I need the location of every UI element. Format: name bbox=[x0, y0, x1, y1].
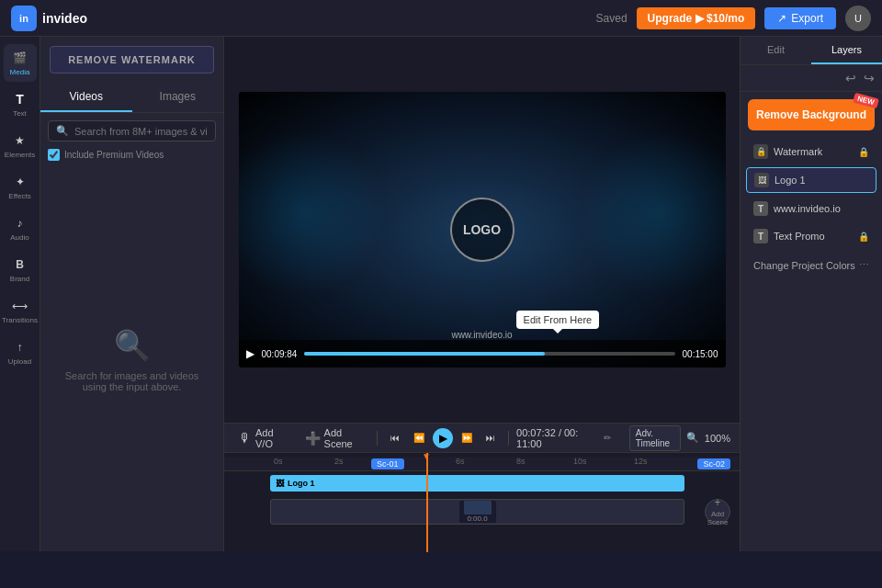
search-input[interactable] bbox=[74, 126, 208, 137]
logo-overlay: LOGO bbox=[450, 198, 514, 262]
play-pause-button[interactable]: ▶ bbox=[246, 347, 254, 360]
sidebar-label-brand: Brand bbox=[10, 275, 29, 283]
sidebar-item-media[interactable]: 🎬 Media bbox=[4, 44, 37, 82]
transitions-icon: ⟷ bbox=[12, 298, 28, 314]
video-thumbnail: 0:00.0 bbox=[459, 501, 496, 523]
search-placeholder-icon: 🔍 bbox=[114, 328, 151, 363]
lock-icon-promo: 🔒 bbox=[858, 232, 869, 242]
export-label: Export bbox=[791, 12, 823, 25]
search-box: 🔍 bbox=[48, 120, 216, 141]
progress-fill bbox=[304, 352, 545, 356]
separator2 bbox=[508, 431, 509, 446]
topbar: in invideo Saved Upgrade ▶ $10/mo ↗ Expo… bbox=[0, 0, 882, 37]
upgrade-button[interactable]: Upgrade ▶ $10/mo bbox=[637, 7, 756, 29]
progress-bar[interactable] bbox=[304, 352, 674, 356]
add-vo-button[interactable]: 🎙 Add V/O bbox=[233, 424, 292, 452]
skip-forward-button[interactable]: ⏭ bbox=[481, 428, 501, 448]
remove-background-button[interactable]: Remove Background NEW bbox=[748, 99, 875, 130]
layer-logo1-icon: 🖼 bbox=[754, 173, 769, 187]
sidebar-item-effects[interactable]: ✦ Effects bbox=[4, 168, 37, 206]
layer-logo1[interactable]: 🖼 Logo 1 bbox=[746, 167, 876, 193]
search-hint: Search for images and videos using the i… bbox=[59, 370, 205, 392]
audio-icon: ♪ bbox=[12, 215, 28, 232]
sidebar-item-upload[interactable]: ↑ Upload bbox=[4, 334, 37, 371]
layer-text-url[interactable]: T www.invideo.io bbox=[746, 197, 876, 220]
logo: in invideo bbox=[11, 6, 87, 31]
tab-layers[interactable]: Layers bbox=[811, 37, 882, 64]
search-placeholder: 🔍 Search for images and videos using the… bbox=[40, 168, 223, 551]
sidebar-label-text: Text bbox=[13, 109, 27, 118]
left-panel: REMOVE WATERMARK Videos Images 🔍 Include… bbox=[40, 37, 224, 551]
ruler-10s: 10s bbox=[573, 457, 587, 466]
zoom-percent: 100% bbox=[705, 433, 730, 444]
layer-watermark[interactable]: 🔒 Watermark 🔒 bbox=[746, 140, 876, 164]
ruler-2s: 2s bbox=[334, 457, 344, 466]
skip-back-button[interactable]: ⏮ bbox=[385, 428, 405, 448]
ruler-0s: 0s bbox=[274, 457, 283, 466]
logo-track-label: Logo 1 bbox=[288, 479, 315, 488]
next-frame-button[interactable]: ⏩ bbox=[457, 428, 477, 448]
undo-icon[interactable]: ↩ bbox=[843, 69, 858, 87]
adv-timeline-button[interactable]: Adv. Timeline bbox=[629, 425, 681, 451]
sidebar-item-transitions[interactable]: ⟷ Transitions bbox=[4, 292, 37, 330]
center-area: LOGO www.invideo.io Edit From Here ▶ 00:… bbox=[224, 37, 740, 551]
sidebar-item-brand[interactable]: B Brand bbox=[4, 251, 37, 288]
sidebar-item-audio[interactable]: ♪ Audio bbox=[4, 209, 37, 247]
export-icon: ↗ bbox=[777, 12, 786, 25]
timeline-controls: 🎙 Add V/O ➕ Add Scene ⏮ ⏪ ▶ ⏩ ⏭ 00:07:32… bbox=[224, 424, 740, 453]
export-button[interactable]: ↗ Export bbox=[764, 7, 836, 29]
sidebar-label-effects: Effects bbox=[8, 192, 30, 200]
layer-text-url-icon: T bbox=[753, 201, 768, 216]
edit-tooltip[interactable]: Edit From Here bbox=[516, 311, 600, 329]
hand-right-overlay bbox=[579, 130, 726, 296]
pencil-icon[interactable]: ✏ bbox=[604, 433, 611, 443]
change-colors-label: Change Project Colors bbox=[753, 260, 855, 271]
tab-images[interactable]: Images bbox=[132, 83, 224, 112]
layer-text-promo-name: Text Promo bbox=[774, 231, 853, 242]
sidebar-item-elements[interactable]: ★ Elements bbox=[4, 127, 37, 164]
sidebar-label-audio: Audio bbox=[10, 233, 28, 242]
playhead[interactable] bbox=[426, 453, 428, 552]
video-track-bar[interactable]: 0:00.0 bbox=[270, 499, 684, 525]
prev-frame-button[interactable]: ⏪ bbox=[409, 428, 429, 448]
effects-icon: ✦ bbox=[12, 174, 28, 190]
add-scene-tl-label: Add Scene bbox=[706, 510, 729, 527]
premium-check: Include Premium Videos bbox=[48, 149, 216, 161]
timeline-tracks: 0s 2s 4s 6s 8s 10s 12s 15s Sc-01 Sc-02 🖼 bbox=[224, 453, 740, 552]
redo-icon[interactable]: ↪ bbox=[862, 69, 876, 87]
layer-watermark-name: Watermark bbox=[774, 146, 853, 157]
elements-icon: ★ bbox=[12, 132, 28, 149]
add-vo-icon: 🎙 bbox=[239, 431, 252, 446]
avatar[interactable]: U bbox=[845, 6, 871, 31]
play-main-button[interactable]: ▶ bbox=[433, 428, 453, 448]
media-tabs: Videos Images bbox=[40, 83, 223, 113]
premium-checkbox[interactable] bbox=[48, 149, 60, 161]
right-panel: Edit Layers ↩ ↪ Remove Background NEW 🔒 … bbox=[740, 37, 882, 551]
layer-text-promo[interactable]: T Text Promo 🔒 bbox=[746, 224, 876, 248]
media-icon: 🎬 bbox=[12, 50, 28, 66]
logo-track-bar[interactable]: 🖼 Logo 1 bbox=[270, 475, 684, 492]
tab-videos[interactable]: Videos bbox=[40, 83, 132, 112]
add-scene-timeline-button[interactable]: + Add Scene bbox=[705, 499, 730, 525]
main-area: 🎬 Media T Text ★ Elements ✦ Effects ♪ Au… bbox=[0, 37, 882, 551]
video-area: LOGO www.invideo.io Edit From Here ▶ 00:… bbox=[224, 37, 740, 423]
tab-edit[interactable]: Edit bbox=[741, 37, 811, 64]
add-scene-button[interactable]: ➕ Add Scene bbox=[300, 424, 370, 452]
new-badge: NEW bbox=[853, 93, 879, 109]
plus-icon: + bbox=[714, 496, 720, 509]
video-bg: LOGO bbox=[239, 92, 726, 368]
change-project-colors[interactable]: Change Project Colors ⋯ bbox=[746, 254, 876, 277]
sidebar-item-text[interactable]: T Text bbox=[4, 85, 37, 123]
ruler-12s: 12s bbox=[634, 457, 648, 466]
sidebar-label-elements: Elements bbox=[5, 151, 35, 159]
search-icon: 🔍 bbox=[56, 125, 69, 137]
timeline-area: 🎙 Add V/O ➕ Add Scene ⏮ ⏪ ▶ ⏩ ⏭ 00:07:32… bbox=[224, 423, 740, 551]
logo-icon: in bbox=[11, 6, 37, 31]
zoom-icon: 🔍 bbox=[686, 432, 699, 444]
time-total: 00:15:00 bbox=[683, 349, 718, 359]
right-panel-tabs: Edit Layers bbox=[741, 37, 882, 65]
premium-label: Include Premium Videos bbox=[64, 150, 164, 160]
layer-watermark-icon: 🔒 bbox=[753, 144, 768, 159]
remove-watermark-button[interactable]: REMOVE WATERMARK bbox=[50, 46, 214, 74]
dots-icon: ⋯ bbox=[859, 259, 869, 271]
